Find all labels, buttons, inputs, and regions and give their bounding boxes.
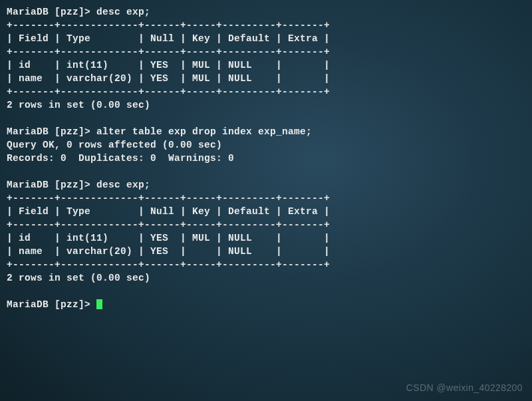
prompt: MariaDB [pzz]>	[7, 126, 96, 137]
prompt: MariaDB [pzz]>	[7, 180, 96, 190]
blank-line	[7, 165, 525, 178]
prompt-line-2: MariaDB [pzz]> alter table exp drop inde…	[7, 125, 525, 138]
blank-line	[7, 112, 525, 125]
table-border: +-------+-------------+------+-----+----…	[7, 19, 525, 32]
table-border: +-------+-------------+------+-----+----…	[7, 85, 525, 98]
command-text: desc exp;	[96, 180, 150, 190]
query-ok: Query OK, 0 rows affected (0.00 sec)	[7, 138, 525, 152]
rows-in-set: 2 rows in set (0.00 sec)	[7, 98, 525, 112]
cursor-icon	[96, 299, 102, 309]
watermark-text: CSDN @weixin_40228200	[406, 382, 523, 394]
prompt-line-4[interactable]: MariaDB [pzz]>	[7, 298, 525, 311]
table-border: +-------+-------------+------+-----+----…	[7, 218, 525, 231]
table-row: | name | varchar(20) | YES | | NULL | |	[7, 245, 525, 258]
table-row: | id | int(11) | YES | MUL | NULL | |	[7, 231, 525, 245]
prompt-line-1: MariaDB [pzz]> desc exp;	[7, 5, 525, 19]
prompt: MariaDB [pzz]>	[7, 299, 96, 310]
command-text: alter table exp drop index exp_name;	[96, 126, 312, 137]
prompt-line-3: MariaDB [pzz]> desc exp;	[7, 178, 525, 192]
table-border: +-------+-------------+------+-----+----…	[7, 258, 525, 271]
records-summary: Records: 0 Duplicates: 0 Warnings: 0	[7, 152, 525, 165]
table-row: | name | varchar(20) | YES | MUL | NULL …	[7, 72, 525, 85]
command-text: desc exp;	[96, 7, 150, 17]
terminal-output[interactable]: MariaDB [pzz]> desc exp; +-------+------…	[7, 5, 525, 311]
blank-line	[7, 285, 525, 298]
table-row: | id | int(11) | YES | MUL | NULL | |	[7, 59, 525, 72]
prompt: MariaDB [pzz]>	[7, 7, 96, 17]
rows-in-set: 2 rows in set (0.00 sec)	[7, 271, 525, 285]
table-border: +-------+-------------+------+-----+----…	[7, 45, 525, 59]
table-header: | Field | Type | Null | Key | Default | …	[7, 205, 525, 218]
table-border: +-------+-------------+------+-----+----…	[7, 192, 525, 205]
table-header: | Field | Type | Null | Key | Default | …	[7, 32, 525, 45]
